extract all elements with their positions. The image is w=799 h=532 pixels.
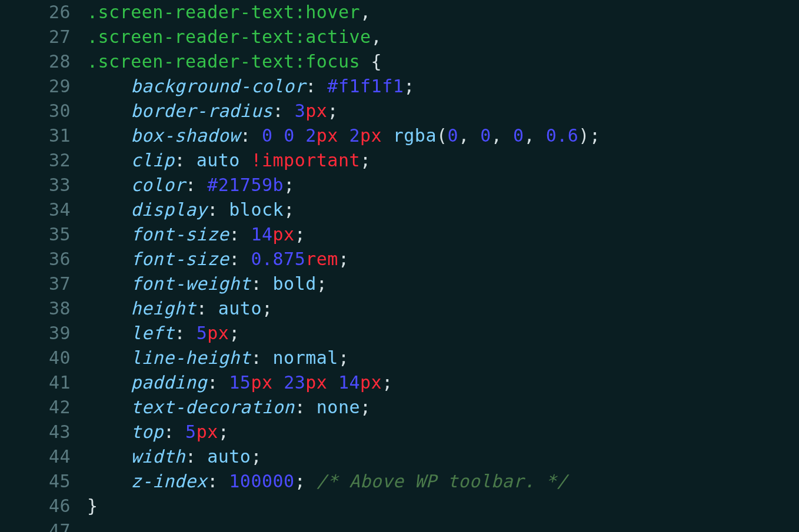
token-punc: : xyxy=(273,101,295,121)
code-content[interactable]: line-height: normal; xyxy=(87,346,349,370)
line-number: 42 xyxy=(0,395,87,420)
token-prop: display xyxy=(131,199,207,220)
code-line[interactable]: 42 text-decoration: none; xyxy=(0,395,799,420)
token-val: auto xyxy=(197,150,240,170)
line-number: 40 xyxy=(0,346,87,370)
code-content[interactable]: .screen-reader-text:active, xyxy=(87,25,382,49)
code-content[interactable]: padding: 15px 23px 14px; xyxy=(87,370,393,395)
code-content[interactable]: .screen-reader-text:focus { xyxy=(87,49,382,74)
code-content[interactable]: top: 5px; xyxy=(87,420,229,444)
line-number: 38 xyxy=(0,296,87,321)
code-line[interactable]: 46} xyxy=(0,494,799,518)
code-content[interactable]: } xyxy=(87,494,98,518)
token-punc xyxy=(273,125,284,146)
token-num: #21759b xyxy=(207,175,284,195)
token-punc: ; xyxy=(251,446,262,467)
token-num: 0.875 xyxy=(251,249,305,269)
token-unit: px xyxy=(360,372,382,393)
code-line[interactable]: 32 clip: auto !important; xyxy=(0,148,799,173)
code-content[interactable]: z-index: 100000; /* Above WP toolbar. */ xyxy=(87,469,568,494)
code-line[interactable]: 45 z-index: 100000; /* Above WP toolbar.… xyxy=(0,469,799,494)
code-content[interactable]: font-size: 0.875rem; xyxy=(87,247,349,272)
code-line[interactable]: 39 left: 5px; xyxy=(0,321,799,346)
code-content[interactable]: background-color: #f1f1f1; xyxy=(87,74,415,99)
token-val: bold xyxy=(273,273,317,294)
code-line[interactable]: 38 height: auto; xyxy=(0,296,799,321)
line-number: 35 xyxy=(0,222,87,247)
token-punc: : xyxy=(251,347,272,368)
code-content[interactable]: border-radius: 3px; xyxy=(87,99,338,123)
token-punc xyxy=(295,125,306,146)
code-line[interactable]: 29 background-color: #f1f1f1; xyxy=(0,74,799,99)
code-content[interactable]: left: 5px; xyxy=(87,321,240,346)
token-punc: , xyxy=(360,2,371,22)
code-content[interactable]: font-size: 14px; xyxy=(87,222,305,247)
token-punc: , xyxy=(491,125,513,146)
line-number: 30 xyxy=(0,99,87,123)
token-func: rgba xyxy=(393,125,437,146)
token-num: 0 xyxy=(284,125,295,146)
code-content[interactable]: .screen-reader-text:hover, xyxy=(87,0,371,25)
token-punc: , xyxy=(524,125,546,146)
code-line[interactable]: 30 border-radius: 3px; xyxy=(0,99,799,123)
line-number: 44 xyxy=(0,444,87,469)
code-line[interactable]: 44 width: auto; xyxy=(0,444,799,469)
token-val: none xyxy=(317,397,360,417)
code-line[interactable]: 40 line-height: normal; xyxy=(0,346,799,370)
token-punc: ; xyxy=(338,249,349,269)
token-punc: ; xyxy=(284,175,295,195)
token-prop: z-index xyxy=(131,471,207,491)
token-prop: top xyxy=(131,421,164,442)
code-line[interactable]: 37 font-weight: bold; xyxy=(0,272,799,296)
token-prop: border-radius xyxy=(131,101,272,121)
token-prop: left xyxy=(131,323,174,343)
token-punc: : xyxy=(229,224,251,245)
token-punc: , xyxy=(458,125,480,146)
code-content[interactable]: text-decoration: none; xyxy=(87,395,371,420)
line-number: 33 xyxy=(0,173,87,198)
token-num: 0 xyxy=(262,125,273,146)
code-line[interactable]: 34 display: block; xyxy=(0,198,799,222)
code-content[interactable]: color: #21759b; xyxy=(87,173,295,198)
code-content[interactable]: width: auto; xyxy=(87,444,262,469)
token-sel: .screen-reader-text:focus xyxy=(87,51,360,72)
code-line[interactable]: 27.screen-reader-text:active, xyxy=(0,25,799,49)
token-unit: px xyxy=(273,224,295,245)
line-number: 34 xyxy=(0,198,87,222)
token-punc: : xyxy=(240,125,262,146)
token-prop: line-height xyxy=(131,347,251,368)
token-punc: ) xyxy=(578,125,590,146)
token-prop: font-size xyxy=(131,224,229,245)
token-prop: color xyxy=(131,175,185,195)
token-num: #f1f1f1 xyxy=(327,76,404,96)
token-punc: ; xyxy=(360,150,371,170)
token-punc: ; xyxy=(317,273,328,294)
code-content[interactable]: clip: auto !important; xyxy=(87,148,371,173)
code-line[interactable]: 35 font-size: 14px; xyxy=(0,222,799,247)
token-punc xyxy=(273,372,284,393)
token-punc: : xyxy=(229,249,251,269)
token-punc: ; xyxy=(218,421,229,442)
code-line[interactable]: 43 top: 5px; xyxy=(0,420,799,444)
code-line[interactable]: 36 font-size: 0.875rem; xyxy=(0,247,799,272)
code-line[interactable]: 31 box-shadow: 0 0 2px 2px rgba(0, 0, 0,… xyxy=(0,123,799,148)
code-content[interactable]: font-weight: bold; xyxy=(87,272,327,296)
code-line[interactable]: 47 xyxy=(0,518,799,532)
code-line[interactable]: 26.screen-reader-text:hover, xyxy=(0,0,799,25)
token-punc: : xyxy=(175,323,197,343)
code-editor[interactable]: 26.screen-reader-text:hover,27.screen-re… xyxy=(0,0,799,532)
code-line[interactable]: 28.screen-reader-text:focus { xyxy=(0,49,799,74)
code-content[interactable]: height: auto; xyxy=(87,296,273,321)
token-unit: rem xyxy=(305,249,338,269)
token-unit: px xyxy=(197,421,218,442)
code-line[interactable]: 41 padding: 15px 23px 14px; xyxy=(0,370,799,395)
code-content[interactable]: box-shadow: 0 0 2px 2px rgba(0, 0, 0, 0.… xyxy=(87,123,600,148)
code-content[interactable]: display: block; xyxy=(87,198,295,222)
token-punc xyxy=(327,372,338,393)
token-punc: ; xyxy=(229,323,240,343)
code-line[interactable]: 33 color: #21759b; xyxy=(0,173,799,198)
token-punc: : xyxy=(251,273,272,294)
token-unit: px xyxy=(305,101,327,121)
token-val: normal xyxy=(273,347,338,368)
token-num: 3 xyxy=(295,101,306,121)
